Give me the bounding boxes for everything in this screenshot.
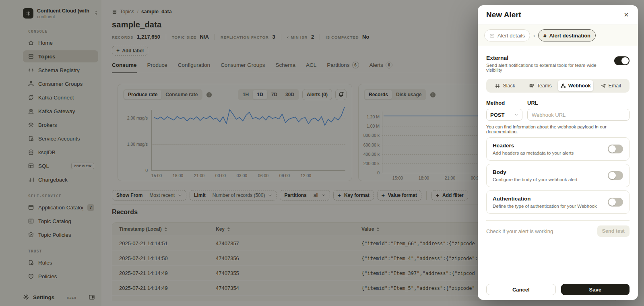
step-alert-destination[interactable]: # Alert destination <box>538 29 596 41</box>
alert-details-icon <box>489 33 495 38</box>
headers-card: Headers Add headers as metadata to your … <box>486 137 630 161</box>
send-test-button[interactable]: Send test <box>597 225 630 237</box>
close-icon[interactable]: ✕ <box>621 10 632 20</box>
body-card: Body Configure the body of your webhook … <box>486 164 630 187</box>
destination-teams[interactable]: Teams <box>523 80 558 91</box>
modal-title: New Alert <box>486 10 521 19</box>
cancel-button[interactable]: Cancel <box>486 284 556 295</box>
chevron-down-icon <box>514 113 518 117</box>
external-toggle[interactable] <box>614 56 630 65</box>
destination-webhook[interactable]: Webhook <box>558 80 593 91</box>
webhook-help-text: You can find information about the webho… <box>486 124 630 134</box>
body-toggle[interactable] <box>608 171 623 180</box>
step-alert-details[interactable]: Alert details <box>484 29 530 41</box>
hash-icon: # <box>543 33 546 39</box>
authentication-card: Authentication Define the type of authen… <box>486 190 630 214</box>
save-button[interactable]: Save <box>561 284 630 295</box>
url-label: URL <box>527 100 630 106</box>
send-icon <box>601 83 606 89</box>
destination-slack[interactable]: Slack <box>487 80 523 91</box>
method-label: Method <box>486 100 522 106</box>
app-root: Confluent Cloud (with ... confluent CONS… <box>0 0 644 306</box>
teams-icon <box>529 83 535 89</box>
modal-divider <box>486 220 630 221</box>
external-title: External <box>486 55 603 61</box>
authentication-toggle[interactable] <box>608 198 623 207</box>
webhook-url-input[interactable] <box>527 109 630 121</box>
destination-email[interactable]: Email <box>593 80 629 91</box>
headers-toggle[interactable] <box>608 145 623 153</box>
new-alert-modal: New Alert ✕ Alert details › # Alert dest… <box>478 5 638 300</box>
slack-icon <box>495 83 500 89</box>
destination-tabs: Slack Teams Webhook Email <box>486 79 630 93</box>
chevron-right-icon: › <box>533 33 535 39</box>
alert-stepper: Alert details › # Alert destination <box>478 25 638 46</box>
method-select[interactable]: POST <box>486 109 522 121</box>
test-hint-text: Check if your alert is working <box>486 228 553 234</box>
webhook-icon <box>560 83 566 89</box>
external-description: Send alert notifications to external too… <box>486 63 603 72</box>
